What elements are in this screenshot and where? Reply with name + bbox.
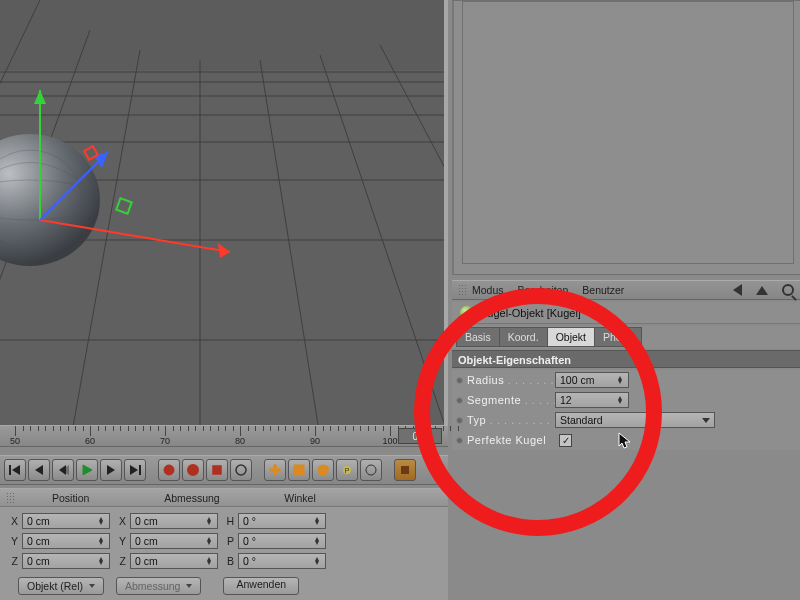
- typ-select[interactable]: Standard: [555, 412, 715, 428]
- angle-axis-label: P: [222, 535, 234, 547]
- size-field-x[interactable]: 0 cm▴▾: [130, 513, 218, 529]
- autokey-button[interactable]: [182, 459, 204, 481]
- svg-text:P: P: [345, 467, 350, 474]
- svg-point-47: [366, 465, 376, 475]
- tab-objekt[interactable]: Objekt: [547, 327, 594, 347]
- transport-toolbar: P: [0, 455, 448, 485]
- pos-field-x[interactable]: 0 cm▴▾: [22, 513, 110, 529]
- object-name-row: Kugel-Objekt [Kugel]: [452, 302, 800, 324]
- apply-button[interactable]: Anwenden: [223, 577, 299, 595]
- svg-rect-48: [401, 466, 409, 474]
- prop-segmente: Segmente . . . . . 12 ▴▾: [452, 390, 800, 410]
- bullet-icon: [456, 417, 463, 424]
- svg-rect-28: [9, 465, 11, 475]
- axis-label: Y: [6, 535, 18, 547]
- svg-marker-34: [107, 465, 115, 475]
- goto-end-button[interactable]: [124, 459, 146, 481]
- timeline-ruler[interactable]: 5060708090100 0 B: [0, 425, 448, 447]
- coord-mode-object[interactable]: Objekt (Rel): [18, 577, 104, 595]
- spinner-icon[interactable]: ▴▾: [616, 396, 624, 404]
- spinner-icon[interactable]: ▴▾: [616, 376, 624, 384]
- perfekte-checkbox[interactable]: ✓: [559, 434, 572, 447]
- ruler-label: 70: [160, 436, 170, 446]
- goto-start-button[interactable]: [4, 459, 26, 481]
- next-frame-button[interactable]: [100, 459, 122, 481]
- right-top-inner: [462, 1, 794, 264]
- nav-up-icon[interactable]: [756, 286, 768, 295]
- angle-field-b[interactable]: 0 °▴▾: [238, 553, 326, 569]
- axis-label: Z: [114, 555, 126, 567]
- typ-value: Standard: [560, 414, 603, 426]
- axis-label: Z: [6, 555, 18, 567]
- svg-marker-35: [130, 465, 138, 475]
- object-name-label: Kugel-Objekt [Kugel]: [480, 307, 581, 319]
- ruler-label: 60: [85, 436, 95, 446]
- radius-field[interactable]: 100 cm ▴▾: [555, 372, 629, 388]
- svg-point-37: [164, 465, 174, 475]
- edge-mode-button[interactable]: [360, 459, 382, 481]
- svg-rect-36: [139, 465, 141, 475]
- rotate-tool-button[interactable]: [312, 459, 334, 481]
- chevron-down-icon: [89, 584, 95, 588]
- angle-axis-label: H: [222, 515, 234, 527]
- timeline-counter[interactable]: 0 B: [398, 428, 442, 444]
- segmente-field[interactable]: 12 ▴▾: [555, 392, 629, 408]
- menu-bearbeiten[interactable]: Bearbeiten: [518, 284, 569, 296]
- pos-field-z[interactable]: 0 cm▴▾: [22, 553, 110, 569]
- coord-row: Z0 cm▴▾Z0 cm▴▾B0 °▴▾: [6, 551, 442, 571]
- coordinates-panel: Position Abmessung Winkel X0 cm▴▾X0 cm▴▾…: [0, 488, 448, 600]
- axis-label: X: [114, 515, 126, 527]
- angle-field-p[interactable]: 0 °▴▾: [238, 533, 326, 549]
- nav-back-icon[interactable]: [733, 284, 742, 296]
- angle-axis-label: B: [222, 555, 234, 567]
- move-tool-button[interactable]: [264, 459, 286, 481]
- axis-label: Y: [114, 535, 126, 547]
- coord-row: Y0 cm▴▾Y0 cm▴▾P0 °▴▾: [6, 531, 442, 551]
- record-button[interactable]: [158, 459, 180, 481]
- prev-frame-button[interactable]: [28, 459, 50, 481]
- poly-mode-button[interactable]: [394, 459, 416, 481]
- coord-footer: Objekt (Rel) Abmessung Anwenden: [0, 575, 448, 597]
- ruler-label: 50: [10, 436, 20, 446]
- bullet-icon: [456, 377, 463, 384]
- size-field-y[interactable]: 0 cm▴▾: [130, 533, 218, 549]
- menu-modus[interactable]: Modus: [472, 284, 504, 296]
- tabs-row: Basis Koord. Objekt Phong: [452, 326, 800, 348]
- axis-label: X: [6, 515, 18, 527]
- ruler-label: 100: [382, 436, 397, 446]
- viewport-3d[interactable]: [0, 0, 448, 425]
- coord-mode-size[interactable]: Abmessung: [116, 577, 201, 595]
- tab-basis[interactable]: Basis: [456, 327, 499, 347]
- menu-benutzer[interactable]: Benutzer: [582, 284, 624, 296]
- tab-koord[interactable]: Koord.: [499, 327, 547, 347]
- key-options-button[interactable]: [230, 459, 252, 481]
- property-list: Radius . . . . . . . 100 cm ▴▾ Segmente …: [452, 370, 800, 450]
- sphere-object-icon: [460, 306, 474, 320]
- radius-label: Radius: [467, 374, 504, 386]
- perfekte-label: Perfekte Kugel: [467, 434, 546, 446]
- scale-tool-button[interactable]: [288, 459, 310, 481]
- attribute-header: Modus Bearbeiten Benutzer: [452, 280, 800, 300]
- col-position: Position: [20, 492, 138, 504]
- tab-phong[interactable]: Phong: [594, 327, 642, 347]
- point-mode-button[interactable]: P: [336, 459, 358, 481]
- svg-marker-30: [35, 465, 43, 475]
- key-sel-button[interactable]: [206, 459, 228, 481]
- chevron-down-icon: [186, 584, 192, 588]
- drag-grip-icon[interactable]: [6, 492, 16, 504]
- prop-perfekte: Perfekte Kugel ✓: [452, 430, 800, 450]
- svg-point-41: [236, 465, 246, 475]
- play-button[interactable]: [76, 459, 98, 481]
- drag-grip-icon[interactable]: [458, 284, 468, 296]
- prop-typ: Typ . . . . . . . . . . Standard: [452, 410, 800, 430]
- angle-field-h[interactable]: 0 °▴▾: [238, 513, 326, 529]
- play-backward-button[interactable]: [52, 459, 74, 481]
- svg-marker-33: [83, 465, 92, 475]
- prop-radius: Radius . . . . . . . 100 cm ▴▾: [452, 370, 800, 390]
- right-top-panel: [452, 0, 800, 275]
- size-field-z[interactable]: 0 cm▴▾: [130, 553, 218, 569]
- coord-row: X0 cm▴▾X0 cm▴▾H0 °▴▾: [6, 511, 442, 531]
- bullet-icon: [456, 397, 463, 404]
- search-icon[interactable]: [782, 284, 794, 296]
- pos-field-y[interactable]: 0 cm▴▾: [22, 533, 110, 549]
